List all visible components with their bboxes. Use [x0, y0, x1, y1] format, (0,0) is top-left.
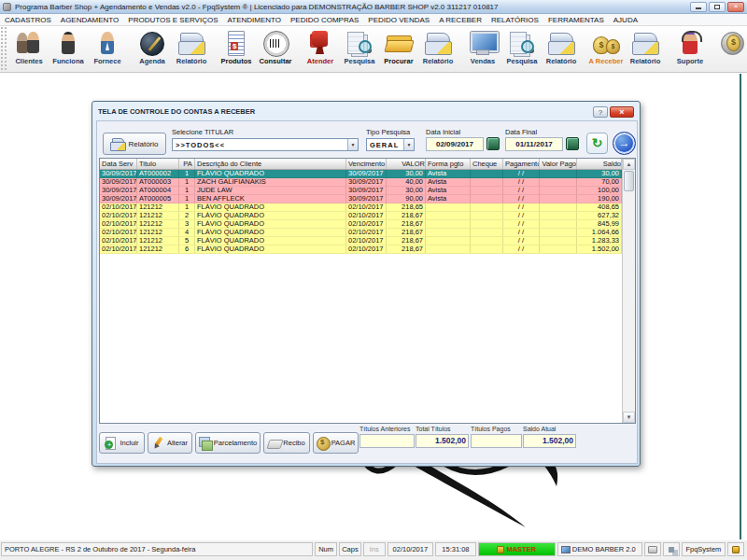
table-row[interactable]: 30/09/2017AT0000051BEN AFFLECK30/09/2017… [100, 195, 622, 203]
supplier-icon [93, 30, 121, 56]
data-final-field[interactable]: 01/11/2017 [505, 137, 563, 151]
table-cell: 90,00 [387, 195, 426, 203]
table-cell: 02/10/2017 [100, 212, 137, 219]
toolbar-clients-button[interactable]: Clientes [9, 28, 49, 72]
toolbar-support-button[interactable]: Suporte [670, 28, 710, 72]
report-button[interactable]: Relatório [103, 133, 166, 155]
scrollbar-thumb[interactable] [624, 171, 634, 191]
table-row[interactable]: 02/10/20171212122FLÁVIO QUADRADO02/10/20… [100, 212, 622, 220]
dialog-titlebar[interactable]: TELA DE CONTROLE DO CONTAS A RECEBER ? × [94, 104, 638, 119]
toolbar-receivables-button[interactable]: A Receber [586, 28, 626, 72]
column-header[interactable]: PA [179, 159, 195, 169]
table-cell: 408,65 [577, 203, 622, 211]
menu-agendamento[interactable]: AGENDAMENTO [56, 16, 124, 24]
calendar-icon[interactable] [486, 137, 500, 150]
table-row[interactable]: 02/10/20171212126FLÁVIO QUADRADO02/10/20… [100, 245, 622, 254]
go-button[interactable]: → [613, 132, 636, 155]
toolbar-agenda-report-button[interactable]: Relatório [172, 28, 211, 72]
total-titles-label: Total Títulos [416, 426, 469, 432]
menu-relat-rios[interactable]: RELATÓRIOS [486, 16, 543, 24]
agenda-icon [138, 30, 166, 56]
table-cell: / / [503, 220, 540, 228]
toolbar-employees-button[interactable]: Funciona [49, 28, 88, 72]
column-header[interactable]: Cheque [471, 159, 503, 169]
toolbar-receivables-report-button[interactable]: Relatório [626, 28, 665, 72]
table-body: Data ServTituloPADescrição do ClienteVen… [100, 159, 622, 423]
menu-pedido-vendas[interactable]: PEDIDO VENDAS [363, 16, 434, 24]
dialog-help-button[interactable]: ? [593, 106, 608, 118]
table-cell: Avista [426, 187, 471, 194]
total-titles-field: 1.502,00 [416, 434, 469, 448]
report-icon [547, 30, 575, 56]
titular-select[interactable]: >>TODOS<< ▼ [172, 138, 359, 151]
table-cell: 1.283,33 [577, 237, 622, 245]
table-cell: 121212 [137, 229, 179, 236]
table-cell [471, 245, 503, 253]
vertical-scrollbar[interactable]: ▲ ▼ [622, 159, 635, 423]
toolbar-attend-report-button[interactable]: Relatório [418, 28, 458, 72]
menu-cadastros[interactable]: CADASTROS [0, 16, 56, 24]
toolbar-agenda-button[interactable]: Agenda [133, 28, 172, 72]
table-cell [471, 237, 503, 245]
toolbar-suppliers-button[interactable]: Fornece [88, 28, 127, 72]
column-header[interactable]: VALOR [387, 159, 426, 169]
toolbar-attend-find-button[interactable]: Procurar [379, 28, 418, 72]
table-cell [426, 212, 471, 219]
refresh-button[interactable]: ↻ [586, 133, 608, 154]
column-header[interactable]: Vencimento [346, 159, 387, 169]
menu-a-receber[interactable]: A RECEBER [434, 16, 486, 24]
table-cell: 30,00 [387, 170, 426, 177]
table-row[interactable]: 02/10/20171212125FLÁVIO QUADRADO02/10/20… [100, 237, 622, 245]
menu-atendimento[interactable]: ATENDIMENTO [223, 16, 286, 24]
table-row[interactable]: 02/10/20171212124FLÁVIO QUADRADO02/10/20… [100, 229, 622, 237]
calendar-icon[interactable] [566, 137, 579, 150]
table-row[interactable]: 30/09/2017AT0000021FLÁVIO QUADRADO30/09/… [100, 170, 622, 178]
close-button[interactable]: × [727, 2, 744, 12]
toolbar-attend-button[interactable]: Atender [301, 28, 340, 72]
menu-ajuda[interactable]: AJUDA [609, 16, 642, 24]
menu-pedido-compras[interactable]: PEDIDO COMPRAS [286, 16, 363, 24]
table-cell: 30/09/2017 [100, 195, 137, 203]
column-header[interactable]: Forma pgto [426, 159, 471, 169]
scroll-up-icon[interactable]: ▲ [623, 159, 635, 170]
monitor-icon [469, 30, 497, 56]
table-cell: 6 [179, 245, 195, 253]
tipo-pesquisa-select[interactable]: GERAL ▼ [366, 138, 415, 151]
column-header[interactable]: Data Serv [100, 159, 137, 169]
restore-icon [714, 5, 720, 9]
data-inicial-field[interactable]: 02/09/2017 [426, 137, 484, 151]
toolbar-attend-search-button[interactable]: Pesquisa [340, 28, 379, 72]
table-cell: 3 [179, 220, 195, 228]
report-icon [177, 30, 205, 56]
toolbar-attend-label: Atender [307, 57, 333, 65]
column-header[interactable]: Descrição do Cliente [195, 159, 346, 169]
table-row[interactable]: 30/09/2017AT0000041JUDE LAW30/09/201730,… [100, 187, 622, 195]
toolbar-products-button[interactable]: Produtos [217, 28, 256, 72]
key-icon [497, 546, 504, 553]
table-row[interactable]: 30/09/2017AT0000031ZACH GALIFIANAKIS30/0… [100, 178, 622, 187]
toolbar-sales-report-button[interactable]: Relatório [542, 28, 581, 72]
employee-icon [54, 30, 82, 56]
menu-ferramentas[interactable]: FERRAMENTAS [543, 16, 609, 24]
dialog-close-button[interactable]: × [610, 106, 634, 118]
table-row[interactable]: 02/10/20171212123FLÁVIO QUADRADO02/10/20… [100, 220, 622, 229]
dialog-title: TELA DE CONTROLE DO CONTAS A RECEBER [98, 107, 593, 116]
toolbar-sales-button[interactable]: Vendas [463, 28, 502, 72]
table-cell: Avista [426, 178, 471, 186]
column-header[interactable]: Pagamento [503, 159, 540, 169]
column-header[interactable]: Titulo [137, 159, 179, 169]
column-header[interactable]: Saldo [577, 159, 622, 169]
column-header[interactable]: Valor Pago [540, 159, 577, 169]
toolbar-cash-button[interactable] [715, 28, 747, 72]
restore-button[interactable] [709, 2, 726, 12]
table-cell: 1 [179, 170, 195, 177]
scroll-down-icon[interactable]: ▼ [623, 412, 635, 423]
minimize-button[interactable] [690, 2, 707, 12]
table-cell: / / [503, 203, 540, 211]
table-cell [540, 229, 577, 236]
toolbar-consult-button[interactable]: Consultar [256, 28, 295, 72]
menu-produtos-e-servi-os[interactable]: PRODUTOS E SERVIÇOS [123, 16, 222, 24]
table-row[interactable]: 02/10/20171212121FLÁVIO QUADRADO02/10/20… [100, 203, 622, 212]
toolbar-employees-label: Funciona [52, 57, 83, 65]
toolbar-sales-search-button[interactable]: Pesquisa [502, 28, 542, 72]
